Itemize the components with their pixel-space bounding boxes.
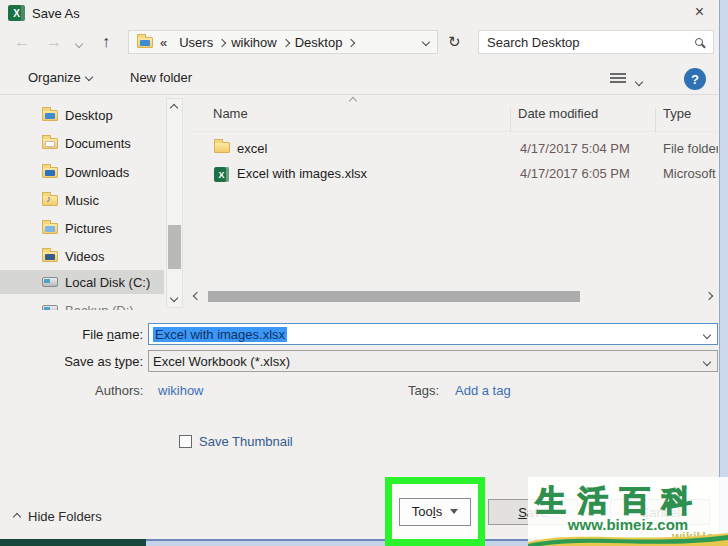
- close-icon[interactable]: ×: [695, 2, 704, 22]
- sidebar-item-downloads[interactable]: Downloads: [0, 160, 164, 184]
- breadcrumb-prefix: «: [160, 35, 167, 50]
- help-icon[interactable]: ?: [684, 68, 706, 90]
- file-list-hscrollbar[interactable]: [190, 290, 718, 304]
- sidebar-item-pictures[interactable]: Pictures: [0, 216, 164, 240]
- file-row-excel-with-images[interactable]: X Excel with images.xlsx 4/17/2017 6:05 …: [190, 163, 718, 188]
- sidebar-item-local-disk-c[interactable]: Local Disk (C:): [0, 270, 164, 294]
- downloads-folder-icon: [42, 167, 58, 178]
- tags-label: Tags:: [408, 383, 439, 398]
- command-toolbar: Organize New folder ?: [0, 62, 718, 95]
- file-name-value: Excel with images.xlsx: [153, 327, 287, 342]
- chevron-down-icon: [450, 509, 458, 514]
- save-thumbnail-label: Save Thumbnail: [199, 434, 293, 449]
- file-name-label: File name:: [0, 327, 143, 342]
- documents-folder-icon: [42, 138, 58, 149]
- pictures-folder-icon: [42, 223, 58, 234]
- scroll-left-icon[interactable]: [193, 292, 201, 300]
- up-one-level-icon[interactable]: ↑: [102, 34, 110, 50]
- chevron-down-icon[interactable]: [703, 331, 711, 339]
- save-as-dialog: X Save As × ← → ↑ « Users wikihow Deskto…: [0, 0, 728, 546]
- breadcrumb-desktop[interactable]: Desktop: [295, 35, 343, 50]
- organize-button[interactable]: Organize: [28, 70, 92, 85]
- watermark: 生活百科 www.bimeiz.com wikiHow: [528, 477, 728, 546]
- hide-folders-button[interactable]: Hide Folders: [14, 509, 102, 524]
- scroll-down-icon[interactable]: [170, 294, 178, 302]
- sidebar-item-desktop[interactable]: Desktop: [0, 103, 164, 127]
- chevron-up-icon: [13, 512, 21, 520]
- chevron-right-icon[interactable]: [281, 38, 289, 46]
- authors-label: Authors:: [95, 383, 143, 398]
- sidebar-item-documents[interactable]: Documents: [0, 131, 164, 155]
- view-dropdown-icon[interactable]: [635, 78, 643, 86]
- search-input[interactable]: Search Desktop: [487, 35, 695, 50]
- new-folder-button[interactable]: New folder: [130, 70, 192, 85]
- save-as-type-label: Save as type:: [0, 354, 143, 369]
- back-icon[interactable]: ←: [14, 34, 30, 50]
- sort-ascending-icon: [349, 97, 357, 105]
- videos-folder-icon: [42, 251, 58, 262]
- recent-locations-icon[interactable]: [75, 40, 83, 48]
- breadcrumb[interactable]: « Users wikihow Desktop: [128, 30, 438, 54]
- file-list-header: Name Date modified Type: [190, 106, 718, 132]
- file-row-excel-folder[interactable]: excel 4/17/2017 5:04 PM File folder: [190, 138, 718, 163]
- disk-drive-icon: [42, 277, 58, 287]
- music-folder-icon: ♪: [42, 195, 58, 206]
- navigation-bar: ← → ↑ « Users wikihow Desktop ↻ Search D…: [0, 28, 718, 56]
- search-box[interactable]: Search Desktop: [478, 30, 714, 54]
- save-as-type-select[interactable]: Excel Workbook (*.xlsx): [148, 350, 718, 372]
- watermark-swoosh: [528, 528, 728, 546]
- window-edge: [719, 0, 728, 539]
- save-thumbnail-checkbox[interactable]: [179, 435, 192, 448]
- chevron-right-icon[interactable]: [347, 38, 355, 46]
- breadcrumb-wikihow[interactable]: wikihow: [231, 35, 277, 50]
- search-icon[interactable]: [695, 38, 703, 46]
- refresh-icon[interactable]: ↻: [448, 33, 461, 51]
- scroll-up-icon[interactable]: [170, 104, 178, 112]
- scrollbar-thumb[interactable]: [168, 225, 181, 269]
- column-header-type[interactable]: Type: [663, 106, 691, 121]
- file-list: Name Date modified Type excel 4/17/2017 …: [190, 96, 718, 310]
- window-title: Save As: [32, 6, 80, 21]
- authors-value[interactable]: wikihow: [158, 383, 204, 398]
- forward-icon[interactable]: →: [46, 34, 62, 50]
- background-window-strip: [0, 539, 146, 546]
- folder-icon: [137, 37, 153, 48]
- scroll-right-icon[interactable]: [705, 292, 713, 300]
- title-bar: X Save As ×: [0, 0, 718, 26]
- chevron-down-icon: [85, 73, 93, 81]
- sidebar-item-music[interactable]: ♪Music: [0, 188, 164, 212]
- add-a-tag-link[interactable]: Add a tag: [455, 383, 511, 398]
- scrollbar-thumb[interactable]: [208, 291, 580, 302]
- excel-file-icon: X: [214, 167, 229, 182]
- sidebar-scrollbar[interactable]: [166, 98, 183, 308]
- tools-highlight-box: Tools: [385, 477, 485, 546]
- save-as-type-value: Excel Workbook (*.xlsx): [153, 354, 290, 369]
- excel-app-icon: X: [8, 5, 25, 21]
- view-options-icon[interactable]: [610, 73, 626, 85]
- folder-icon: [214, 142, 230, 153]
- tools-button[interactable]: Tools: [399, 498, 471, 526]
- sidebar-item-videos[interactable]: Videos: [0, 244, 164, 268]
- column-header-date-modified[interactable]: Date modified: [518, 106, 598, 121]
- column-header-name[interactable]: Name: [213, 106, 248, 121]
- breadcrumb-users[interactable]: Users: [179, 35, 213, 50]
- sidebar-item-backup-d[interactable]: Backup (D:): [0, 298, 164, 310]
- address-dropdown-icon[interactable]: [422, 38, 430, 46]
- chevron-down-icon[interactable]: [703, 358, 711, 366]
- chevron-right-icon[interactable]: [218, 38, 226, 46]
- disk-drive-icon: [42, 305, 58, 310]
- save-thumbnail-option[interactable]: Save Thumbnail: [179, 434, 293, 449]
- main-area: Desktop Documents Downloads ♪Music Pictu…: [0, 96, 718, 310]
- desktop-folder-icon: [42, 110, 58, 121]
- file-name-input[interactable]: Excel with images.xlsx: [148, 323, 718, 345]
